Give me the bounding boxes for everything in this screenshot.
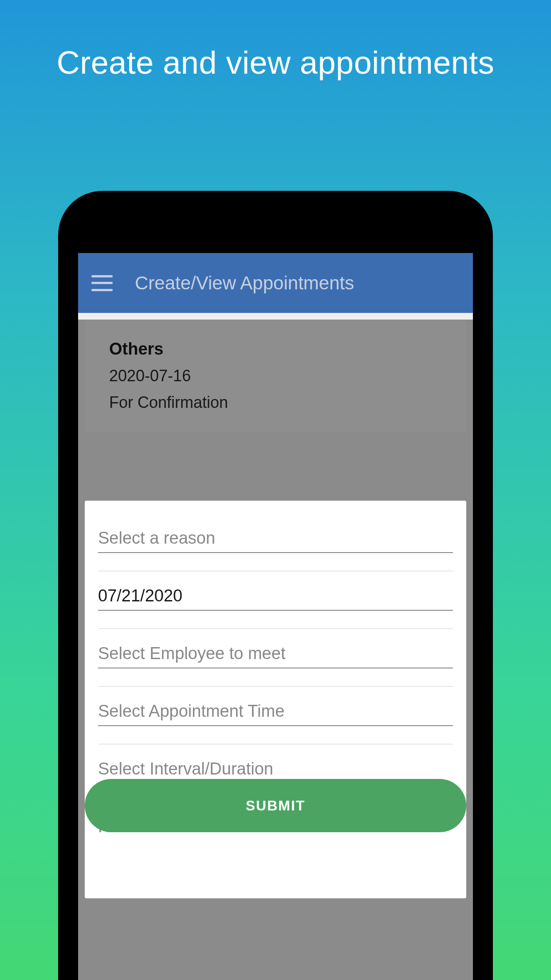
phone-screen: Create/View Appointments Others 2020-07-… [78, 253, 473, 980]
time-select[interactable]: Select Appointment Time [98, 689, 453, 726]
app-bar: Create/View Appointments [78, 253, 473, 313]
time-placeholder: Select Appointment Time [98, 702, 284, 720]
reason-select[interactable]: Select a reason [98, 516, 453, 553]
app-bar-title: Create/View Appointments [135, 273, 354, 294]
employee-select[interactable]: Select Employee to meet [98, 632, 453, 668]
interval-placeholder: Select Interval/Duration [98, 759, 273, 778]
employee-placeholder: Select Employee to meet [98, 644, 285, 663]
reason-placeholder: Select a reason [98, 529, 215, 547]
phone-frame: Create/View Appointments Others 2020-07-… [58, 191, 493, 980]
content-area: Others 2020-07-16 For Confirmation Cance… [78, 320, 473, 980]
interval-select[interactable]: Select Interval/Duration [98, 747, 453, 784]
date-value: 07/21/2020 [98, 586, 182, 605]
promo-title: Create and view appointments [0, 0, 551, 81]
hamburger-menu-icon[interactable] [91, 275, 113, 291]
submit-button[interactable]: SUBMIT [85, 779, 466, 832]
date-input[interactable]: 07/21/2020 [98, 574, 453, 611]
appointment-form-modal: Select a reason 07/21/2020 Select Employ… [85, 501, 466, 898]
